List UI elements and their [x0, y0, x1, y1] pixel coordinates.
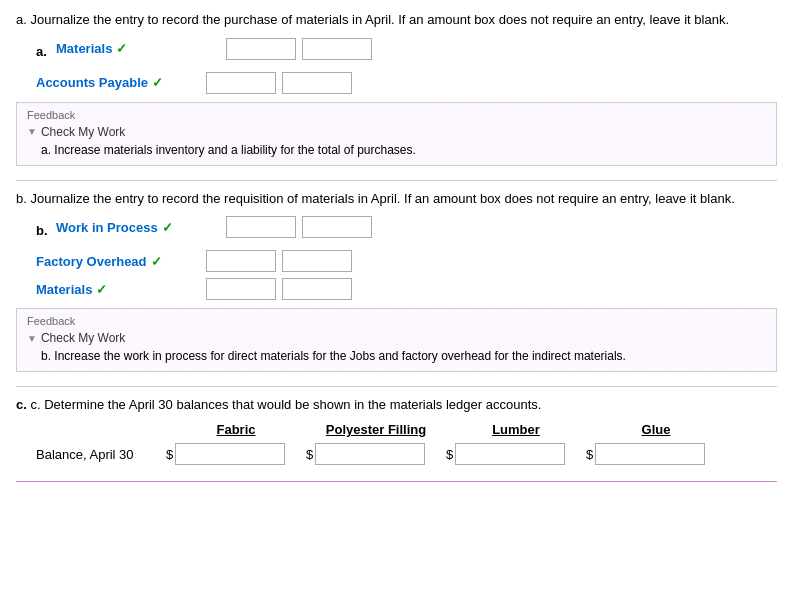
- balance-table: Fabric Polyester Filling Lumber Glue Bal…: [36, 422, 777, 465]
- accounts-payable-checkmark: ✓: [152, 75, 163, 90]
- polyester-input-wrap: $: [306, 443, 446, 465]
- question-a-text: a. Journalize the entry to record the pu…: [16, 10, 777, 30]
- work-in-process-label: Work in Process ✓: [56, 220, 226, 235]
- entry-b-row-1: b. Work in Process ✓: [36, 216, 777, 244]
- work-in-process-credit-input[interactable]: [302, 216, 372, 238]
- part-a-label: a.: [36, 44, 56, 59]
- factory-overhead-label: Factory Overhead ✓: [36, 254, 206, 269]
- materials-row: Materials ✓: [56, 38, 378, 60]
- feedback-a-label: Feedback: [27, 109, 766, 121]
- work-in-process-debit-input[interactable]: [226, 216, 296, 238]
- factory-overhead-row: Factory Overhead ✓: [36, 250, 777, 272]
- triangle-icon-a: ▼: [27, 126, 37, 137]
- balance-header-row: Fabric Polyester Filling Lumber Glue: [166, 422, 777, 437]
- materials-b-label: Materials ✓: [36, 282, 206, 297]
- work-in-process-checkmark: ✓: [162, 220, 173, 235]
- materials-debit-input[interactable]: [226, 38, 296, 60]
- accounts-payable-credit-input[interactable]: [282, 72, 352, 94]
- triangle-icon-b: ▼: [27, 333, 37, 344]
- glue-header: Glue: [586, 422, 726, 437]
- polyester-input[interactable]: [315, 443, 425, 465]
- check-my-work-a[interactable]: ▼ Check My Work: [27, 125, 766, 139]
- question-c-label: c.: [16, 397, 27, 412]
- accounts-payable-label: Accounts Payable ✓: [36, 75, 206, 90]
- balance-row-label: Balance, April 30: [36, 447, 166, 462]
- feedback-b-label: Feedback: [27, 315, 766, 327]
- fabric-input[interactable]: [175, 443, 285, 465]
- materials-b-row: Materials ✓: [36, 278, 777, 300]
- feedback-b: Feedback ▼ Check My Work b. Increase the…: [16, 308, 777, 372]
- factory-overhead-debit-input[interactable]: [206, 250, 276, 272]
- divider-bottom: [16, 481, 777, 482]
- lumber-dollar: $: [446, 447, 453, 462]
- fabric-dollar: $: [166, 447, 173, 462]
- fabric-header: Fabric: [166, 422, 306, 437]
- glue-input[interactable]: [595, 443, 705, 465]
- part-b-label: b.: [36, 223, 56, 238]
- divider-ab: [16, 180, 777, 181]
- feedback-a-text: a. Increase materials inventory and a li…: [41, 143, 766, 157]
- lumber-header: Lumber: [446, 422, 586, 437]
- divider-bc: [16, 386, 777, 387]
- question-b: b. Journalize the entry to record the re…: [16, 189, 777, 373]
- lumber-input[interactable]: [455, 443, 565, 465]
- polyester-dollar: $: [306, 447, 313, 462]
- glue-dollar: $: [586, 447, 593, 462]
- materials-b-debit-input[interactable]: [206, 278, 276, 300]
- materials-b-credit-input[interactable]: [282, 278, 352, 300]
- fabric-input-wrap: $: [166, 443, 306, 465]
- polyester-header: Polyester Filling: [306, 422, 446, 437]
- check-my-work-b[interactable]: ▼ Check My Work: [27, 331, 766, 345]
- factory-overhead-credit-input[interactable]: [282, 250, 352, 272]
- materials-credit-input[interactable]: [302, 38, 372, 60]
- materials-b-checkmark: ✓: [96, 282, 107, 297]
- question-c: c. c. Determine the April 30 balances th…: [16, 397, 777, 465]
- question-a: a. Journalize the entry to record the pu…: [16, 10, 777, 166]
- question-b-text: b. Journalize the entry to record the re…: [16, 189, 777, 209]
- entry-a-row-1: a. Materials ✓: [36, 38, 777, 66]
- factory-overhead-checkmark: ✓: [151, 254, 162, 269]
- work-in-process-row: Work in Process ✓: [56, 216, 378, 238]
- accounts-payable-row: Accounts Payable ✓: [36, 72, 777, 94]
- balance-data-row: Balance, April 30 $ $ $ $: [36, 443, 777, 465]
- feedback-a: Feedback ▼ Check My Work a. Increase mat…: [16, 102, 777, 166]
- glue-input-wrap: $: [586, 443, 726, 465]
- question-c-text: c. c. Determine the April 30 balances th…: [16, 397, 777, 412]
- lumber-input-wrap: $: [446, 443, 586, 465]
- feedback-b-text: b. Increase the work in process for dire…: [41, 349, 766, 363]
- materials-checkmark: ✓: [116, 41, 127, 56]
- accounts-payable-debit-input[interactable]: [206, 72, 276, 94]
- materials-label: Materials ✓: [56, 41, 226, 56]
